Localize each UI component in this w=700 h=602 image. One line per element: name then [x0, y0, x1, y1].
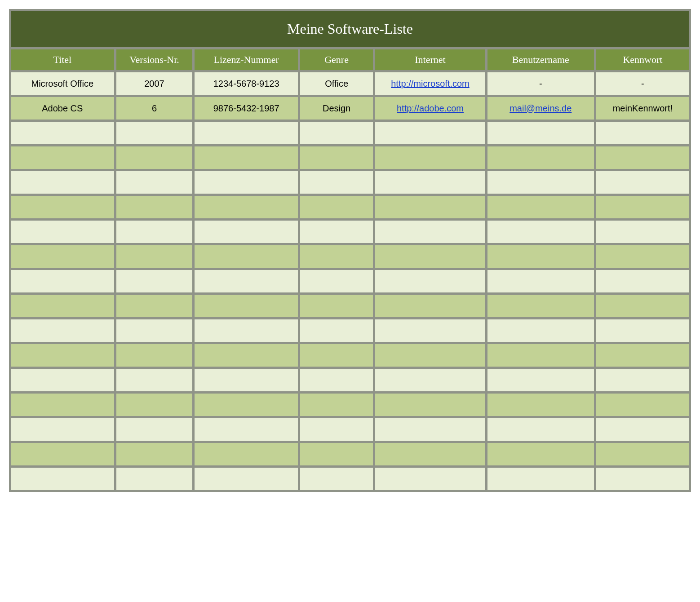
cell-username: - — [487, 72, 594, 95]
cell-internet — [375, 270, 486, 293]
cell-internet — [375, 171, 486, 194]
cell-username — [487, 344, 594, 367]
cell-version — [116, 195, 193, 219]
cell-internet — [375, 467, 486, 491]
cell-license — [194, 245, 298, 268]
cell-password — [596, 294, 690, 318]
cell-license — [194, 171, 298, 194]
table-row — [10, 467, 690, 491]
cell-title: Adobe CS — [10, 97, 115, 120]
cell-license — [194, 418, 298, 441]
cell-genre — [300, 270, 373, 293]
cell-internet — [375, 368, 486, 392]
cell-genre — [300, 121, 373, 145]
table-row — [10, 245, 690, 268]
cell-password — [596, 418, 690, 441]
cell-genre — [300, 319, 373, 342]
cell-version — [116, 245, 193, 268]
cell-internet — [375, 245, 486, 268]
cell-password — [596, 393, 690, 416]
cell-title — [10, 368, 115, 392]
cell-internet — [375, 146, 486, 169]
column-header-license: Lizenz-Nummer — [194, 49, 298, 71]
cell-password — [596, 121, 690, 145]
cell-username — [487, 319, 594, 342]
table-row — [10, 220, 690, 243]
table-title-row: Meine Software-Liste — [10, 10, 690, 48]
cell-internet — [375, 220, 486, 243]
cell-title — [10, 467, 115, 491]
cell-genre — [300, 368, 373, 392]
cell-title — [10, 195, 115, 219]
cell-password — [596, 220, 690, 243]
cell-title — [10, 171, 115, 194]
cell-license — [194, 344, 298, 367]
cell-title — [10, 443, 115, 466]
cell-license — [194, 368, 298, 392]
cell-license — [194, 270, 298, 293]
cell-internet — [375, 443, 486, 466]
cell-password — [596, 195, 690, 219]
table-row — [10, 146, 690, 169]
cell-license — [194, 443, 298, 466]
cell-title — [10, 319, 115, 342]
table-row — [10, 270, 690, 293]
column-header-version: Versions-Nr. — [116, 49, 193, 71]
username-link[interactable]: mail@meins.de — [509, 103, 572, 113]
cell-username — [487, 270, 594, 293]
cell-version: 2007 — [116, 72, 193, 95]
cell-genre: Design — [300, 97, 373, 120]
cell-title — [10, 344, 115, 367]
cell-version — [116, 270, 193, 293]
cell-genre — [300, 146, 373, 169]
cell-username — [487, 418, 594, 441]
table-row — [10, 294, 690, 318]
cell-genre — [300, 467, 373, 491]
cell-internet — [375, 344, 486, 367]
cell-version — [116, 146, 193, 169]
cell-license — [194, 220, 298, 243]
cell-genre — [300, 393, 373, 416]
cell-license — [194, 467, 298, 491]
column-header-password: Kennwort — [596, 49, 690, 71]
column-header-title: Titel — [10, 49, 115, 71]
cell-internet — [375, 319, 486, 342]
cell-password — [596, 171, 690, 194]
cell-genre — [300, 195, 373, 219]
cell-license — [194, 294, 298, 318]
cell-license — [194, 195, 298, 219]
cell-password: - — [596, 72, 690, 95]
software-table: Meine Software-Liste Titel Versions-Nr. … — [9, 9, 691, 492]
cell-version — [116, 294, 193, 318]
cell-password — [596, 467, 690, 491]
internet-link[interactable]: http://adobe.com — [397, 103, 464, 113]
cell-internet — [375, 195, 486, 219]
cell-internet: http://adobe.com — [375, 97, 486, 120]
cell-title — [10, 245, 115, 268]
table-header-row: Titel Versions-Nr. Lizenz-Nummer Genre I… — [10, 49, 690, 71]
table-row: Microsoft Office20071234-5678-9123Office… — [10, 72, 690, 95]
cell-version — [116, 443, 193, 466]
cell-username: mail@meins.de — [487, 97, 594, 120]
cell-password — [596, 146, 690, 169]
internet-link[interactable]: http://microsoft.com — [391, 79, 470, 89]
column-header-username: Benutzername — [487, 49, 594, 71]
cell-password — [596, 245, 690, 268]
column-header-genre: Genre — [300, 49, 373, 71]
table-title: Meine Software-Liste — [10, 10, 690, 48]
cell-username — [487, 121, 594, 145]
cell-genre — [300, 245, 373, 268]
cell-username — [487, 294, 594, 318]
table-row — [10, 393, 690, 416]
cell-internet — [375, 121, 486, 145]
table-row: Adobe CS69876-5432-1987Designhttp://adob… — [10, 97, 690, 120]
cell-version — [116, 467, 193, 491]
table-row — [10, 171, 690, 194]
cell-license: 9876-5432-1987 — [194, 97, 298, 120]
cell-version — [116, 418, 193, 441]
cell-license — [194, 146, 298, 169]
cell-username — [487, 146, 594, 169]
cell-title — [10, 418, 115, 441]
table-row — [10, 195, 690, 219]
cell-username — [487, 393, 594, 416]
